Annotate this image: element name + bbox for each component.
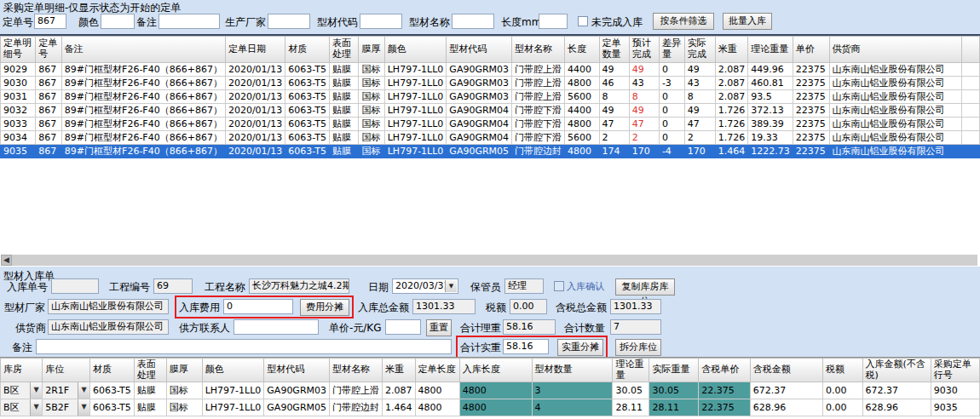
column-header[interactable]: 长度 [565,37,599,63]
profile-name-filter-input[interactable] [452,14,494,29]
inbound-no-field[interactable] [51,278,99,294]
combo-value: B区 [3,382,20,399]
column-header[interactable]: 实际重量 [649,359,699,382]
actual-weight-share-button[interactable]: 实重分摊 [557,339,603,356]
supplier-field[interactable]: 山东南山铝业股份有限公司 [48,319,169,335]
inbound-fee-input[interactable]: 0 [223,299,293,314]
column-header[interactable]: 库房 [1,359,43,382]
column-header[interactable]: 差异量 [659,37,684,63]
chevron-down-icon[interactable]: ▼ [78,382,89,399]
date-picker[interactable]: 2020/03/31 ▼ [392,278,458,294]
reset-button[interactable]: 重置 [426,319,452,336]
column-header[interactable]: 膜厚 [166,359,202,382]
project-no-field[interactable]: 69 [153,278,193,294]
filter-by-condition-button[interactable]: 按条件筛选 [653,13,714,30]
column-header[interactable]: 实际完成 [684,37,715,63]
column-header[interactable]: 库位 [43,359,90,382]
tax-total-field[interactable]: 1301.33 [610,299,661,314]
chevron-down-icon[interactable]: ▼ [30,382,42,399]
total-actual-weight-input[interactable]: 58.16 [503,339,549,354]
column-header[interactable]: 理论重量 [748,37,793,63]
column-header[interactable]: 材质 [89,359,134,382]
remark-filter-input[interactable] [159,14,220,29]
total-qty-field[interactable]: 7 [610,319,661,335]
column-header[interactable]: 型材代码 [447,37,512,63]
tax-field[interactable]: 0.00 [510,299,547,314]
inbound-confirm-checkbox[interactable] [554,281,564,291]
column-header[interactable]: 颜色 [384,37,447,63]
inbound-row[interactable]: B区▼5B2F▼6063-T5贴膜国标LH797-1LL0GA90GRM05门带… [1,399,980,416]
keeper-field[interactable]: 经理 [504,278,544,294]
column-header[interactable]: 材质 [285,37,330,63]
color-filter-input[interactable] [101,14,135,29]
column-header[interactable]: 定单号 [36,37,62,63]
column-header[interactable]: 单价 [793,37,829,63]
column-header[interactable]: 型材数量 [532,359,613,382]
order-row[interactable]: 903386789#门框型材F26-F40（866+867）2020/01/13… [1,118,980,131]
column-header[interactable]: 表面处理 [329,37,358,63]
order-row[interactable]: 903286789#门框型材F26-F40（866+867）2020/01/13… [1,104,980,118]
column-header[interactable]: 含税单价 [699,359,751,382]
cell: 山东南山铝业股份有限公司 [829,104,961,118]
column-header[interactable]: 入库金额(不含税) [862,359,931,382]
column-header[interactable]: 定单长度 [415,359,459,382]
cell: 0 [659,131,684,145]
copy-warehouse-location-button[interactable]: 复制库房库位 [615,278,675,296]
column-header[interactable]: 膜厚 [359,37,384,63]
order-row[interactable]: 903486789#门框型材F26-F40（866+867）2020/01/13… [1,131,980,145]
column-header[interactable]: 表面处理 [134,359,166,382]
order-row[interactable]: 902986789#门框型材F26-F40（866+867）2020/01/13… [1,63,980,77]
inbound-row[interactable]: B区▼2R1F▼6063-T5贴膜国标LH797-1LL0GA90GRM03门带… [1,382,980,399]
fee-share-button[interactable]: 费用分摊 [300,299,349,316]
warehouse-combo[interactable]: B区▼ [1,382,43,399]
batch-inbound-button[interactable]: 批量入库 [723,13,772,30]
unit-price-input[interactable] [385,319,421,335]
column-header[interactable]: 备注 [61,37,225,63]
manufacturer-filter-input[interactable] [268,14,310,29]
column-header[interactable]: 颜色 [202,359,264,382]
chevron-down-icon[interactable]: ▼ [78,399,89,416]
column-header[interactable]: 税额 [822,359,862,382]
total-theory-weight-field[interactable]: 58.16 [503,319,556,335]
order-row[interactable]: 903586789#门框型材F26-F40（866+867）2020/01/13… [1,145,980,158]
supplier-contact-input[interactable] [233,319,319,335]
horizontal-scrollbar[interactable]: ◀ [1,255,977,266]
remark-input[interactable] [36,339,452,354]
column-header[interactable]: 型材名称 [330,359,383,382]
column-header[interactable] [962,37,980,63]
column-header[interactable]: 米重 [715,37,748,63]
column-header[interactable]: 采购定单行号 [931,359,979,382]
column-header[interactable]: 型材名称 [512,37,565,63]
unfinished-inbound-checkbox[interactable] [578,16,588,26]
column-header[interactable]: 供货商 [829,37,961,63]
inbound-total-field[interactable]: 1301.33 [412,299,476,314]
column-header[interactable]: 含税金额 [750,359,822,382]
calendar-dropdown-icon[interactable]: ▼ [445,280,457,292]
column-header[interactable]: 预计完成 [629,37,659,63]
bin-combo[interactable]: 2R1F▼ [43,382,90,399]
order-row[interactable]: 903186789#门框型材F26-F40（866+867）2020/01/13… [1,90,980,104]
factory-field[interactable]: 山东南山铝业股份有限公司 [48,299,169,314]
length-filter-input[interactable] [539,14,568,29]
column-header[interactable]: 型材代码 [264,359,330,382]
column-header[interactable]: 定单日期 [225,37,285,63]
split-location-button[interactable]: 拆分库位 [615,339,661,356]
project-name-field[interactable]: 长沙万科魅力之城4.2期 [249,278,349,294]
column-header[interactable]: 米重 [383,359,416,382]
order-no-input[interactable]: 867 [34,14,66,29]
column-header[interactable]: 定单明细号 [1,37,36,63]
order-row[interactable]: 903086789#门框型材F26-F40（866+867）2020/01/13… [1,77,980,90]
cell: 372.13 [748,104,793,118]
column-header[interactable]: 理论重量 [613,359,649,382]
column-header[interactable]: 定单数量 [599,37,629,63]
cell: GA90GRM05 [447,145,512,158]
scroll-left-icon[interactable]: ◀ [1,255,12,266]
profile-code-filter-input[interactable] [360,14,402,29]
warehouse-combo[interactable]: B区▼ [1,399,43,416]
chevron-down-icon[interactable]: ▼ [30,399,42,416]
total-qty-label: 合计数量 [564,320,605,336]
column-header[interactable]: 入库长度 [459,359,532,382]
cell: 6063-T5 [285,131,330,145]
bin-combo[interactable]: 5B2F▼ [43,399,90,416]
cell [962,77,980,90]
